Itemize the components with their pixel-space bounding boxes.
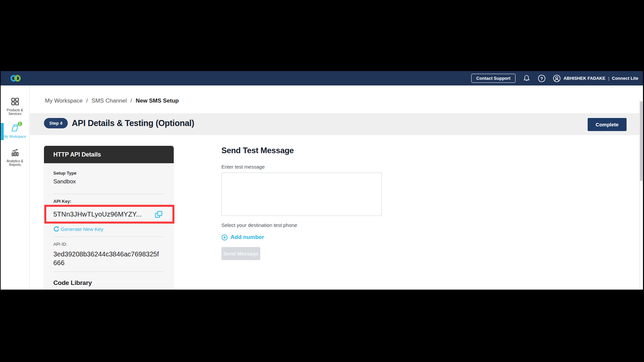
destination-phone-label: Select your destination test phone <box>221 222 382 228</box>
plan-label: Connect Lite <box>612 76 638 81</box>
api-key-row: 5TNn3JHwTLyoUz96MYZY... <box>44 205 174 224</box>
send-test-message-section: Send Test Message Enter test message Sel… <box>221 146 382 260</box>
setup-type-value: Sandbox <box>53 178 164 185</box>
refresh-icon <box>53 226 59 232</box>
workspace-badge: 1 <box>17 121 22 126</box>
breadcrumb-separator: / <box>130 98 132 104</box>
divider <box>53 194 164 194</box>
breadcrumb-new-sms-setup: New SMS Setup <box>136 98 178 104</box>
page-title: API Details & Testing (Optional) <box>72 118 194 128</box>
analytics-chart-icon <box>10 148 20 157</box>
step-badge: Step 4 <box>44 118 68 128</box>
left-sidebar: Products & Services 1 My Workspace <box>1 85 30 290</box>
breadcrumb: My Workspace / SMS Channel / New SMS Set… <box>45 98 179 104</box>
api-id-value: 3ed39208b36244c3846ac7698325f666 <box>53 250 161 267</box>
code-library-title: Code Library <box>53 279 164 287</box>
help-icon[interactable]: ? <box>538 74 546 82</box>
breadcrumb-separator: / <box>86 98 88 104</box>
test-message-label: Enter test message <box>221 164 382 170</box>
notifications-bell-icon[interactable] <box>523 74 531 82</box>
breadcrumb-sms-channel[interactable]: SMS Channel <box>92 98 127 104</box>
scrollbar-thumb[interactable] <box>640 101 643 181</box>
panel-body: Setup Type Sandbox API Key: 5TNn3JHwTLyo… <box>44 163 174 290</box>
sidebar-item-analytics-reports[interactable]: Analytics & Reports <box>1 148 29 167</box>
complete-button[interactable]: Complete <box>588 118 627 131</box>
user-name: ABHISHEK FADAKE <box>564 76 605 81</box>
send-test-message-title: Send Test Message <box>221 146 382 155</box>
plus-circle-icon <box>221 234 228 241</box>
divider <box>53 272 164 272</box>
api-key-label: API Key: <box>53 199 164 204</box>
panel-title: HTTP API Details <box>53 151 101 158</box>
add-number-label: Add number <box>230 234 264 241</box>
navbar-right-group: Contact Support ? ABHISHEK FADAKE | Conn… <box>471 71 638 85</box>
sidebar-item-label: Analytics & Reports <box>7 159 23 167</box>
api-key-value: 5TNn3JHwTLyoUz96MYZY... <box>53 210 142 218</box>
add-number-link[interactable]: Add number <box>221 234 382 241</box>
http-api-details-panel: HTTP API Details Setup Type Sandbox API … <box>44 146 174 290</box>
sidebar-item-my-workspace[interactable]: 1 My Workspace <box>1 123 29 138</box>
breadcrumb-my-workspace[interactable]: My Workspace <box>45 98 83 104</box>
sidebar-item-products-services[interactable]: Products & Services <box>1 97 29 116</box>
vertical-scrollbar <box>639 100 643 290</box>
user-menu[interactable]: ABHISHEK FADAKE | Connect Lite <box>553 74 638 82</box>
products-grid-icon <box>10 97 20 106</box>
copy-icon[interactable] <box>154 210 163 219</box>
generate-new-key-link[interactable]: Generate New Key <box>53 226 164 232</box>
generate-new-key-label: Generate New Key <box>61 226 103 232</box>
svg-text:?: ? <box>540 76 543 81</box>
panel-header: HTTP API Details <box>44 146 174 163</box>
app-window: Contact Support ? ABHISHEK FADAKE | Conn… <box>1 71 643 290</box>
main-content: My Workspace / SMS Channel / New SMS Set… <box>30 85 639 290</box>
setup-type-label: Setup Type <box>53 163 164 176</box>
user-avatar-icon <box>553 74 561 82</box>
navbar-separator: | <box>608 76 609 81</box>
test-message-input[interactable] <box>221 173 382 216</box>
brand-logo-icon[interactable] <box>10 74 21 82</box>
sidebar-item-label: Products & Services <box>7 108 23 116</box>
top-navbar: Contact Support ? ABHISHEK FADAKE | Conn… <box>1 71 643 85</box>
step-header-band: Step 4 API Details & Testing (Optional) … <box>30 113 639 135</box>
divider <box>53 237 164 237</box>
contact-support-button[interactable]: Contact Support <box>471 74 516 83</box>
sidebar-item-label: My Workspace <box>4 135 26 138</box>
api-id-label: API ID: <box>53 242 164 247</box>
send-message-button[interactable]: Send Message <box>221 247 260 260</box>
